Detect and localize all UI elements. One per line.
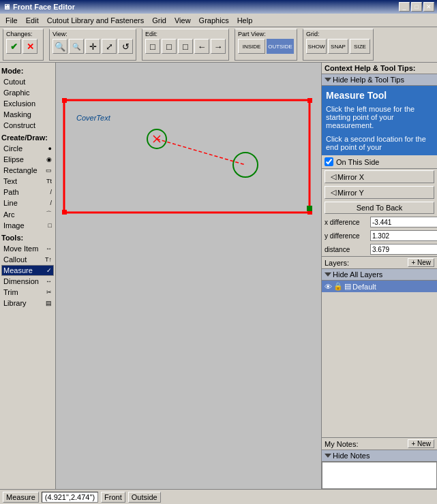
zoom-out-button[interactable]: 🔍	[69, 39, 84, 54]
default-layer[interactable]: 👁 🔒 ▤ Default	[322, 281, 437, 292]
title-bar-title: 🖥 Front Face Editor	[3, 3, 75, 11]
main-area: Mode: Cutout Graphic Exclusion Masking C…	[0, 63, 437, 489]
status-coords: (4.921",2.474")	[42, 492, 98, 503]
pan-button[interactable]: ✛	[85, 39, 100, 54]
close-button[interactable]: ✕	[423, 2, 434, 12]
status-bar: Measure (4.921",2.474") Front Outside	[0, 489, 437, 504]
outside-button[interactable]: OUTSIDE	[267, 39, 294, 54]
notes-title: My Notes:	[325, 440, 359, 448]
cancel-button[interactable]: ✕	[22, 39, 37, 54]
status-side: Front	[101, 492, 125, 503]
y-diff-row: y difference	[322, 229, 437, 242]
undo-button[interactable]: ←	[194, 39, 209, 54]
changes-buttons: ✔ ✕	[6, 39, 40, 54]
context-help-title: Context Help & Tool Tips:	[325, 64, 415, 72]
show-grid-button[interactable]: SHOW	[306, 39, 327, 54]
menu-edit[interactable]: Edit	[22, 15, 43, 26]
tool-arc[interactable]: Arc ⌒	[1, 208, 54, 220]
on-this-side-checkbox[interactable]	[325, 157, 333, 166]
mirror-x-icon: ◁	[331, 172, 336, 181]
default-layer-label: Default	[352, 283, 376, 291]
layers-header: Layers: + New	[322, 256, 437, 269]
on-this-side-row: On This Side	[322, 155, 437, 169]
view-group: View: 🔍 🔍 ✛ ⤢ ↺	[49, 29, 136, 61]
menu-file[interactable]: File	[1, 15, 22, 26]
refresh-button[interactable]: ↺	[118, 39, 133, 54]
zoom-in-button[interactable]: 🔍	[52, 39, 67, 54]
part-view-buttons: INSIDE OUTSIDE	[238, 39, 294, 54]
size-grid-button[interactable]: SIZE	[350, 39, 370, 54]
tool-measure[interactable]: Measure ✓	[1, 265, 54, 276]
tool-path[interactable]: Path /	[1, 187, 54, 198]
layer-type-icon: ▤	[344, 282, 351, 291]
distance-input[interactable]	[370, 244, 437, 255]
changes-group: Changes: ✔ ✕	[3, 29, 44, 61]
edit-group-label: Edit:	[145, 31, 226, 37]
status-view: Outside	[128, 492, 161, 503]
tool-library[interactable]: Library ▤	[1, 298, 54, 309]
canvas-area[interactable]: CoverText	[56, 63, 321, 489]
tools-label: Tools:	[1, 234, 54, 242]
y-diff-input[interactable]	[370, 230, 437, 241]
svg-line-8	[157, 139, 245, 165]
layer-lock-icon: 🔒	[333, 282, 343, 291]
distance-label: distance	[325, 246, 369, 253]
new-layer-button[interactable]: + New	[408, 258, 434, 267]
notes-textarea[interactable]	[322, 462, 437, 489]
menu-grid[interactable]: Grid	[148, 15, 170, 26]
maximize-button[interactable]: □	[411, 2, 422, 12]
tool-rectangle[interactable]: Rectangle ▭	[1, 165, 54, 176]
view-group-label: View:	[52, 31, 133, 37]
tool-image[interactable]: Image □	[1, 220, 54, 231]
tool-circle[interactable]: Circle ●	[1, 143, 54, 154]
fit-button[interactable]: ⤢	[102, 39, 117, 54]
help-content: Measure Tool Click the left mouse for th…	[322, 86, 437, 155]
accept-button[interactable]: ✔	[6, 39, 21, 54]
part-view-group: Part View: INSIDE OUTSIDE	[235, 29, 297, 61]
minimize-button[interactable]: _	[399, 2, 410, 12]
redo-button[interactable]: →	[211, 39, 226, 54]
context-help-header: Context Help & Tool Tips:	[322, 63, 437, 74]
tool-dimension[interactable]: Dimension ↔	[1, 276, 54, 287]
svg-rect-1	[62, 98, 67, 103]
mode-label: Mode:	[1, 67, 54, 75]
tool-line[interactable]: Line /	[1, 198, 54, 208]
mirror-y-button[interactable]: ◁ Mirror Y	[325, 186, 434, 199]
tool-text[interactable]: Text Tt	[1, 176, 54, 187]
left-panel: Mode: Cutout Graphic Exclusion Masking C…	[0, 63, 56, 489]
tool-elipse[interactable]: Elipse ◉	[1, 154, 54, 165]
tool-callout[interactable]: Callout T↑	[1, 254, 54, 265]
new-note-button[interactable]: + New	[408, 439, 434, 448]
hide-help-button[interactable]: Hide Help & Tool Tips	[322, 74, 437, 86]
tool-trim[interactable]: Trim ✂	[1, 287, 54, 298]
tool-move-item[interactable]: Move Item ↔	[1, 243, 54, 254]
hide-all-layers-button[interactable]: Hide All Layers	[322, 269, 437, 281]
cut-button[interactable]: □	[178, 39, 193, 54]
menu-graphics[interactable]: Graphics	[195, 15, 233, 26]
menu-cutout-library[interactable]: Cutout Library and Fasteners	[43, 15, 148, 26]
mirror-x-button[interactable]: ◁ Mirror X	[325, 170, 434, 183]
edit-buttons: □ □ □ ← →	[145, 39, 226, 54]
mode-graphic[interactable]: Graphic	[1, 87, 54, 98]
help-text-2: Click a second location for the end poin…	[326, 135, 433, 151]
title-bar: 🖥 Front Face Editor _ □ ✕	[0, 0, 437, 14]
layers-title: Layers:	[325, 259, 349, 267]
x-diff-input[interactable]	[370, 217, 437, 227]
snap-grid-button[interactable]: SNAP	[328, 39, 348, 54]
paste-button[interactable]: □	[162, 39, 177, 54]
inside-button[interactable]: INSIDE	[238, 39, 265, 54]
hide-notes-button[interactable]: Hide Notes	[322, 450, 437, 462]
mode-construct[interactable]: Construct	[1, 120, 54, 131]
copy-button[interactable]: □	[145, 39, 160, 54]
send-to-back-button[interactable]: Send To Back	[325, 202, 434, 214]
status-tool: Measure	[3, 492, 39, 503]
layers-collapse-icon	[325, 272, 331, 277]
mode-exclusion[interactable]: Exclusion	[1, 98, 54, 109]
mode-masking[interactable]: Masking	[1, 109, 54, 120]
collapse-icon	[325, 78, 331, 82]
mode-cutout[interactable]: Cutout	[1, 76, 54, 87]
menu-view[interactable]: View	[170, 15, 195, 26]
y-diff-label: y difference	[325, 232, 369, 240]
menu-help[interactable]: Help	[233, 15, 257, 26]
tool-name: Measure Tool	[326, 90, 433, 101]
